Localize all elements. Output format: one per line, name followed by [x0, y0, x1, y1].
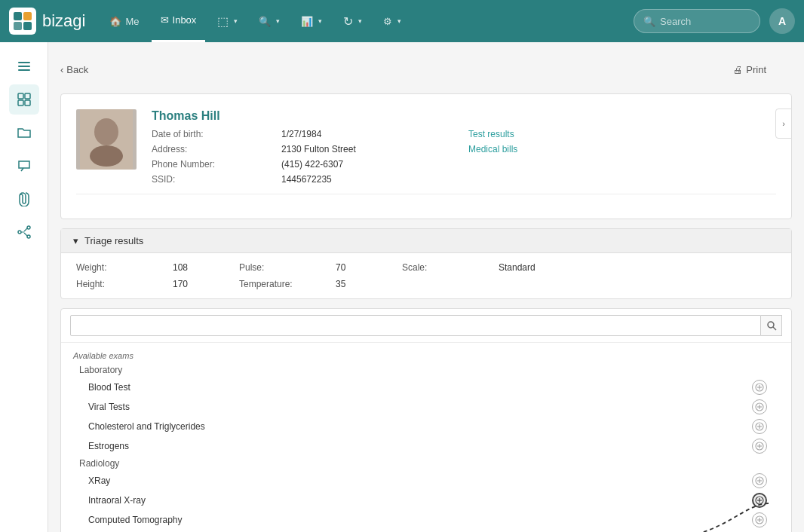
nav-process[interactable]: ↻ ▾: [334, 0, 371, 42]
pulse-label: Pulse:: [239, 262, 330, 273]
svg-point-16: [90, 145, 123, 167]
address-label: Address:: [152, 144, 272, 154]
scale-value: Standard: [499, 262, 776, 273]
search-chevron-icon: ▾: [276, 17, 280, 25]
settings-chevron-icon: ▾: [397, 17, 401, 25]
exams-search-input[interactable]: [70, 315, 761, 336]
svg-rect-7: [18, 93, 23, 99]
phone-value: (415) 422-6307: [281, 159, 459, 170]
test-results-link[interactable]: Test results: [468, 129, 589, 139]
search-icon: 🔍: [643, 16, 655, 27]
search-bar[interactable]: 🔍: [634, 9, 760, 33]
patient-name: Thomas Hill: [152, 109, 776, 123]
patient-photo: [76, 109, 137, 170]
nav-inbox-label: Inbox: [173, 14, 197, 26]
medical-bills-link[interactable]: Medical bills: [468, 144, 589, 154]
svg-rect-4: [18, 62, 30, 63]
main-content: ‹ Back 🖨 Print ›: [48, 42, 804, 532]
triage-title: Triage results: [84, 235, 143, 246]
exam-viral-tests: Viral Tests: [61, 397, 791, 417]
triage-collapse-icon[interactable]: ▾: [73, 235, 78, 246]
estrogens-add-button[interactable]: [752, 439, 767, 454]
height-label: Height:: [76, 279, 167, 289]
process-icon: ↻: [343, 14, 353, 29]
computed-tomography-add-button[interactable]: [752, 512, 767, 527]
address-value: 2130 Fulton Street: [281, 144, 459, 154]
exams-search-button[interactable]: [761, 315, 782, 336]
logo-icon: [9, 8, 36, 35]
left-sidebar: [0, 42, 48, 532]
process-chevron-icon: ▾: [358, 17, 362, 25]
temperature-label: Temperature:: [239, 279, 330, 289]
cholesterol-add-button[interactable]: [752, 419, 767, 434]
exam-estrogens: Estrogens: [61, 436, 791, 456]
nav-reports[interactable]: 📊 ▾: [292, 0, 331, 42]
search-nav-icon: 🔍: [259, 16, 271, 27]
sidebar-item-list1[interactable]: [9, 51, 39, 81]
top-navigation: bizagi 🏠 Me ✉ Inbox ⬚ ▾ 🔍 ▾ 📊 ▾ ↻ ▾ ⚙ ▾ …: [0, 0, 804, 42]
patient-card: Thomas Hill Date of birth: 1/27/1984 Tes…: [60, 93, 792, 219]
svg-rect-1: [23, 12, 32, 20]
triage-header: ▾ Triage results: [61, 229, 791, 253]
nav-inbox[interactable]: ✉ Inbox: [152, 0, 206, 42]
dob-value: 1/27/1984: [281, 129, 459, 139]
phone-label: Phone Number:: [152, 159, 272, 170]
weight-label: Weight:: [76, 262, 167, 273]
triage-section: ▾ Triage results Weight: 108 Pulse: 70 S…: [60, 228, 792, 299]
logo[interactable]: bizagi: [9, 8, 85, 35]
exams-section: Available exams Laboratory Blood Test Vi…: [60, 308, 792, 532]
svg-rect-8: [25, 93, 30, 99]
radiology-category: Radiology: [61, 456, 791, 471]
svg-point-15: [94, 118, 118, 145]
blood-test-label: Blood Test: [88, 382, 130, 393]
svg-rect-0: [14, 12, 22, 20]
back-label: Back: [66, 64, 88, 75]
nav-tasks[interactable]: ⬚ ▾: [208, 0, 247, 42]
right-panel-toggle[interactable]: ›: [775, 109, 792, 139]
intraoral-add-button[interactable]: [752, 493, 767, 508]
triage-body: Weight: 108 Pulse: 70 Scale: Standard He…: [61, 253, 791, 298]
viral-tests-add-button[interactable]: [752, 399, 767, 414]
main-layout: ‹ Back 🖨 Print ›: [0, 42, 804, 532]
tasks-icon: ⬚: [217, 14, 229, 29]
blood-test-add-button[interactable]: [752, 380, 767, 395]
sidebar-item-tasks[interactable]: [9, 84, 39, 115]
nav-settings[interactable]: ⚙ ▾: [374, 0, 410, 42]
sidebar-item-chat[interactable]: [9, 151, 39, 181]
exam-computed-tomography: Computed Tomography: [61, 510, 791, 530]
back-button[interactable]: ‹ Back: [60, 64, 88, 75]
patient-header: Thomas Hill Date of birth: 1/27/1984 Tes…: [76, 109, 776, 194]
reports-chevron-icon: ▾: [318, 17, 322, 25]
sidebar-item-folder[interactable]: [9, 118, 39, 148]
sidebar-item-attachment[interactable]: [9, 184, 39, 214]
reports-icon: 📊: [301, 16, 313, 27]
search-input[interactable]: [660, 16, 750, 27]
height-value: 170: [173, 279, 233, 289]
inbox-icon: ✉: [161, 14, 169, 26]
ssid-label: SSID:: [152, 174, 272, 185]
laboratory-category: Laboratory: [61, 362, 791, 378]
home-icon: 🏠: [109, 16, 121, 27]
svg-rect-10: [25, 100, 30, 105]
exam-intraoral: Intraoral X-ray: [61, 491, 791, 510]
svg-point-12: [27, 226, 30, 229]
print-label: Print: [746, 64, 766, 75]
print-button[interactable]: 🖨 Print: [733, 64, 766, 75]
xray-label: XRay: [88, 475, 110, 486]
svg-point-11: [18, 231, 21, 234]
tasks-chevron-icon: ▾: [234, 17, 238, 25]
collapse-icon: ›: [782, 119, 785, 128]
nav-search[interactable]: 🔍 ▾: [250, 0, 289, 42]
settings-icon: ⚙: [383, 16, 392, 27]
viral-tests-label: Viral Tests: [88, 402, 130, 412]
xray-add-button[interactable]: [752, 473, 767, 488]
nav-me[interactable]: 🏠 Me: [100, 0, 148, 42]
sidebar-item-process[interactable]: [9, 217, 39, 247]
user-avatar[interactable]: A: [769, 8, 795, 34]
pulse-value: 70: [336, 262, 396, 273]
svg-point-13: [27, 235, 30, 238]
svg-rect-9: [18, 100, 23, 105]
exam-blood-test: Blood Test: [61, 378, 791, 397]
weight-value: 108: [173, 262, 233, 273]
exams-body: Available exams Laboratory Blood Test Vi…: [61, 343, 791, 532]
